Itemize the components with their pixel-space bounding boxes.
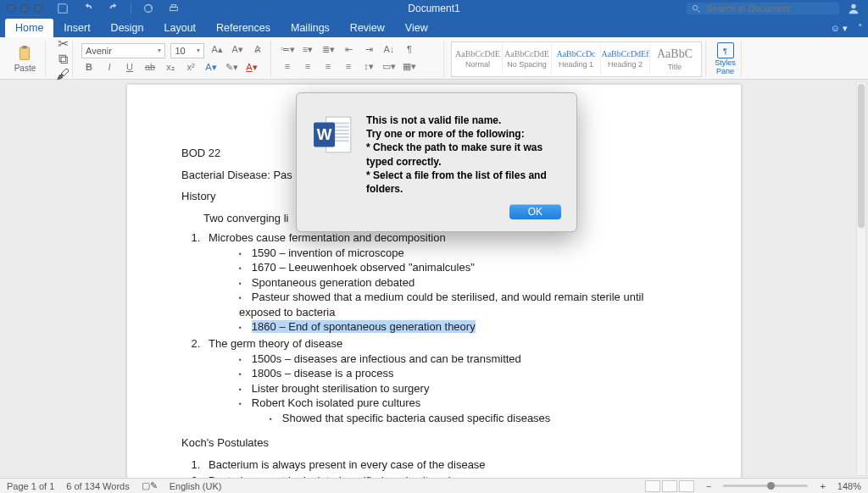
list-item: 1670 – Leeuwenhoek observed "animalcules… [239, 260, 687, 275]
styles-gallery[interactable]: AaBbCcDdENormal AaBbCcDdENo Spacing AaBb… [451, 42, 702, 77]
paste-icon[interactable] [16, 45, 35, 64]
svg-rect-5 [19, 47, 29, 60]
zoom-window-icon[interactable] [34, 4, 42, 13]
zoom-slider[interactable] [723, 485, 808, 487]
paragraph-group: ≔▾ ≡▾ ≣▾ ⇤ ⇥ A↓ ¶ ≡ ≡ ≡ ≡ ↕▾ ▭▾ ▦▾ [275, 41, 444, 77]
align-left-icon[interactable]: ≡ [280, 61, 295, 75]
zoom-in-icon[interactable]: + [820, 481, 825, 491]
font-group: Avenir▾ 10▾ A▴ A▾ A̷ B I U ab x₂ x² A▾ ✎… [76, 41, 271, 77]
ok-button[interactable]: OK [509, 204, 561, 219]
language-indicator[interactable]: English (UK) [170, 481, 222, 491]
ribbon-tabs: Home Insert Design Layout References Mai… [0, 17, 868, 37]
styles-pane-button[interactable]: ¶ Styles Pane [709, 41, 742, 77]
italic-button[interactable]: I [102, 62, 117, 75]
ribbon: Paste ✂ ⧉ 🖌 Avenir▾ 10▾ A▴ A▾ A̷ B I U a… [0, 37, 868, 80]
tab-references[interactable]: References [206, 19, 281, 37]
subscript-button[interactable]: x₂ [163, 62, 178, 75]
style-heading2[interactable]: AaBbCcDdEfHeading 2 [601, 44, 650, 75]
vertical-scrollbar[interactable] [856, 81, 866, 476]
bullets-icon[interactable]: ≔▾ [280, 44, 295, 58]
tab-layout[interactable]: Layout [154, 19, 207, 37]
text-line: Koch's Postulates [181, 435, 687, 451]
minimize-window-icon[interactable] [20, 4, 29, 13]
underline-button[interactable]: U [122, 62, 137, 75]
page-indicator[interactable]: Page 1 of 1 [7, 481, 54, 491]
copy-icon[interactable]: ⧉ [54, 52, 71, 67]
superscript-button[interactable]: x² [183, 62, 198, 75]
list-item: Lister brought sterilisation to surgery [239, 381, 687, 396]
tab-home[interactable]: Home [5, 19, 53, 37]
list-item: Showed that specific bacteria caused spe… [270, 411, 687, 426]
svg-rect-6 [22, 46, 26, 49]
show-marks-icon[interactable]: ¶ [402, 44, 417, 58]
styles-pane-icon: ¶ [717, 42, 734, 58]
multilevel-icon[interactable]: ≣▾ [320, 44, 336, 58]
bold-button[interactable]: B [81, 62, 97, 75]
borders-icon[interactable]: ▦▾ [402, 61, 417, 75]
zoom-knob[interactable] [767, 482, 775, 490]
print-layout-icon[interactable] [662, 480, 677, 492]
strike-button[interactable]: ab [142, 62, 158, 75]
line-spacing-icon[interactable]: ↕▾ [361, 61, 376, 75]
tab-design[interactable]: Design [101, 19, 154, 37]
style-normal[interactable]: AaBbCcDdENormal [453, 44, 503, 75]
list-item: 1860 – End of spontaneous generation the… [239, 319, 687, 335]
zoom-out-icon[interactable]: − [706, 481, 711, 491]
statusbar: Page 1 of 1 6 of 134 Words ▢✎ English (U… [0, 478, 868, 493]
search-input[interactable] [706, 3, 833, 14]
sort-icon[interactable]: A↓ [381, 44, 397, 58]
grow-font-icon[interactable]: A▴ [209, 44, 225, 58]
scroll-thumb[interactable] [858, 84, 865, 228]
clear-format-icon[interactable]: A̷ [250, 44, 265, 58]
align-right-icon[interactable]: ≡ [320, 61, 336, 75]
search-box[interactable] [687, 3, 839, 14]
tab-mailings[interactable]: Mailings [281, 19, 340, 37]
list-item: The germ theory of disease 1500s – disea… [203, 336, 687, 425]
style-title[interactable]: AaBbCTitle [650, 44, 699, 75]
list-item: 1590 – invention of microscope [239, 246, 687, 261]
word-count[interactable]: 6 of 134 Words [66, 481, 129, 491]
print-icon[interactable] [165, 1, 182, 16]
undo-icon[interactable] [80, 1, 97, 16]
zoom-level[interactable]: 148% [837, 481, 861, 491]
align-center-icon[interactable]: ≡ [300, 61, 315, 75]
justify-icon[interactable]: ≡ [341, 61, 356, 75]
shading-icon[interactable]: ▭▾ [381, 61, 397, 75]
tab-review[interactable]: Review [340, 19, 395, 37]
list-item: Bacterium is always present in every cas… [203, 457, 687, 473]
cut-icon[interactable]: ✂ [54, 36, 71, 52]
titlebar: Document1 [0, 0, 868, 17]
style-no-spacing[interactable]: AaBbCcDdENo Spacing [503, 44, 552, 75]
style-heading1[interactable]: AaBbCcDcHeading 1 [552, 44, 601, 75]
indent-dec-icon[interactable]: ⇤ [341, 44, 356, 58]
highlight-icon[interactable]: ✎▾ [224, 62, 239, 75]
collapse-ribbon-icon[interactable]: ˄ [858, 23, 863, 34]
svg-rect-1 [170, 7, 178, 10]
numbering-icon[interactable]: ≡▾ [300, 44, 315, 58]
spellcheck-icon[interactable]: ▢✎ [142, 480, 158, 491]
redo-icon[interactable] [105, 1, 122, 16]
save-icon[interactable] [54, 1, 71, 16]
font-color-icon[interactable]: A▾ [244, 62, 259, 75]
font-size-select[interactable]: 10▾ [170, 43, 204, 58]
focus-view-icon[interactable] [645, 480, 660, 492]
text-effect-icon[interactable]: A▾ [203, 62, 219, 75]
shrink-font-icon[interactable]: A▾ [230, 44, 245, 58]
list-item: Robert Koch isolated pure cultures [239, 396, 687, 411]
tab-view[interactable]: View [395, 19, 438, 37]
smiley-icon[interactable]: ☺ ▾ [831, 23, 848, 34]
repeat-icon[interactable] [140, 1, 157, 16]
list-item: Pasteur showed that a medium could be st… [239, 290, 687, 319]
svg-point-4 [851, 4, 855, 8]
paste-label: Paste [14, 64, 36, 73]
user-icon[interactable] [846, 3, 861, 14]
svg-point-3 [693, 5, 698, 10]
tab-insert[interactable]: Insert [53, 19, 100, 37]
list-item: 1500s – diseases are infectious and can … [239, 352, 687, 367]
font-name-select[interactable]: Avenir▾ [81, 43, 165, 58]
indent-inc-icon[interactable]: ⇥ [361, 44, 376, 58]
list-item: Microbes cause fermentation and decompos… [203, 230, 687, 335]
svg-text:W: W [317, 125, 332, 143]
close-window-icon[interactable] [7, 4, 15, 13]
web-layout-icon[interactable] [679, 480, 694, 492]
